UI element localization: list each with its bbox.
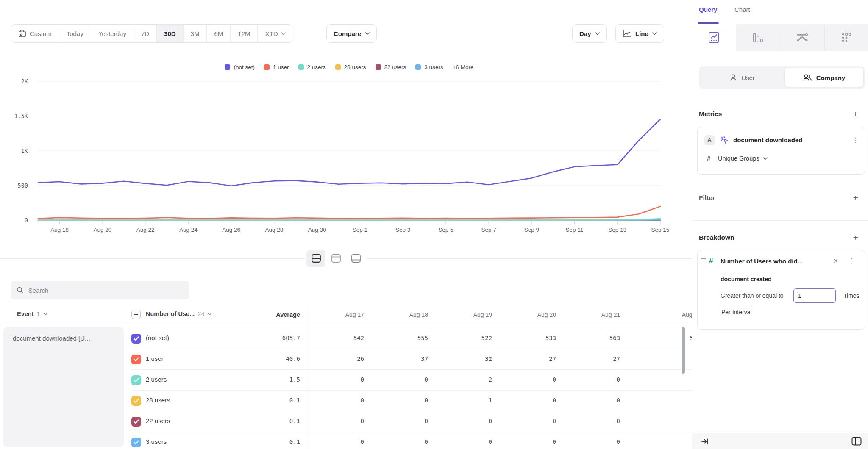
metric-event-name: document downloaded: [733, 136, 802, 144]
x-axis-label: Sep 3: [395, 227, 410, 233]
cell-value: 0: [626, 438, 692, 445]
cell-value: 0: [562, 418, 626, 424]
series-checkbox[interactable]: [131, 375, 141, 385]
layout-split-view-button[interactable]: [306, 250, 326, 267]
cell-value: 27: [498, 355, 562, 362]
scope-company-label: Company: [816, 74, 845, 81]
date-column-header: Aug 21: [562, 311, 626, 318]
search-input[interactable]: [28, 287, 184, 294]
breakdown-more-menu[interactable]: ⋮: [849, 258, 855, 264]
main-content: CustomTodayYesterday7D30D3M6M12MXTD Comp…: [0, 0, 692, 449]
metric-badge: A: [704, 135, 715, 145]
x-axis-label: Sep 13: [608, 227, 626, 233]
search-icon: [17, 286, 24, 294]
tab-query[interactable]: Query: [699, 6, 717, 13]
breakdown-unit-label: Times: [843, 292, 860, 299]
chart-type-matrix-tab[interactable]: [825, 24, 868, 51]
date-range-30d[interactable]: 30D: [156, 25, 183, 42]
date-range-label: Yesterday: [98, 30, 126, 37]
date-range-xtd[interactable]: XTD: [257, 25, 293, 42]
bottom-panel-icon: [351, 254, 361, 263]
layout-table-view-button[interactable]: [346, 250, 365, 267]
hash-icon: #: [707, 155, 710, 162]
series-checkbox[interactable]: [131, 355, 141, 364]
metrics-section-title: Metrics: [699, 110, 722, 118]
calendar-icon: [18, 30, 26, 38]
date-column-header: Aug 20: [498, 311, 562, 318]
vertical-scrollbar[interactable]: [682, 327, 685, 374]
scope-user-option[interactable]: User: [701, 68, 784, 87]
average-value: 605.7: [229, 335, 300, 341]
series-checkbox[interactable]: [131, 396, 141, 406]
average-value: 0.1: [229, 397, 300, 404]
series-line[interactable]: [38, 206, 660, 219]
date-range-7d[interactable]: 7D: [134, 25, 156, 42]
table-row: 1 user40.6263732272728: [0, 349, 692, 370]
close-icon[interactable]: ✕: [833, 257, 838, 265]
scope-company-option[interactable]: Company: [785, 68, 863, 87]
x-axis-label: Sep 1: [353, 227, 367, 233]
cell-value: 0: [434, 438, 498, 445]
chart-type-strip: [692, 24, 868, 51]
average-value: 40.6: [229, 355, 300, 362]
metric-card[interactable]: A document downloaded ⋮ # Unique Groups: [697, 127, 865, 175]
average-value: 1.5: [229, 376, 300, 383]
date-range-3m[interactable]: 3M: [183, 25, 207, 42]
line-chart: 05001K1.5K2KAug 18Aug 20Aug 22Aug 24Aug …: [0, 59, 692, 241]
panel-footer: [692, 433, 868, 449]
metric-more-menu[interactable]: ⋮: [852, 137, 859, 144]
split-view-icon: [312, 254, 321, 263]
date-range-label: 30D: [164, 30, 176, 37]
event-column-header[interactable]: Event 1: [17, 310, 48, 317]
series-checkbox[interactable]: [131, 334, 141, 344]
compare-button[interactable]: Compare: [326, 24, 377, 43]
cell-value: 0: [498, 418, 562, 424]
add-breakdown-button[interactable]: +: [851, 233, 860, 242]
cell-value: 0: [498, 438, 562, 445]
date-range-today[interactable]: Today: [59, 25, 91, 42]
active-tab-underline: [698, 22, 719, 24]
interval-dropdown[interactable]: Day: [572, 24, 607, 43]
date-range-12m[interactable]: 12M: [230, 25, 257, 42]
check-icon: [134, 440, 139, 445]
layout-toggle-group: [305, 248, 367, 269]
cell-value: 533: [498, 335, 562, 341]
date-range-6m[interactable]: 6M: [206, 25, 230, 42]
series-label: 28 users: [146, 396, 170, 404]
tab-chart[interactable]: Chart: [734, 6, 750, 13]
chevron-down-icon: [595, 32, 600, 35]
chart-type-line-tab[interactable]: [692, 24, 736, 51]
date-range-custom[interactable]: Custom: [11, 25, 59, 42]
chart-type-flow-tab[interactable]: [780, 24, 825, 51]
date-range-label: 3M: [191, 30, 200, 37]
flow-chart-icon: [796, 33, 808, 43]
table-row: 3 users0.1000000: [0, 432, 692, 449]
series-checkbox[interactable]: [131, 438, 141, 447]
select-all-checkbox[interactable]: [131, 310, 141, 319]
drag-handle-icon[interactable]: [701, 257, 706, 265]
cell-value: 0: [306, 376, 370, 383]
series-line[interactable]: [38, 119, 660, 186]
date-column-header: Aug 17: [306, 311, 370, 318]
date-range-yesterday[interactable]: Yesterday: [91, 25, 134, 42]
divider: [692, 220, 868, 221]
breakdown-value-input[interactable]: [793, 288, 836, 303]
chart-type-bar-tab[interactable]: [736, 24, 781, 51]
x-axis-label: Aug 20: [93, 227, 111, 233]
group-column-header[interactable]: Number of Use... 24: [146, 310, 212, 317]
cell-value: 542: [306, 335, 370, 341]
series-checkbox[interactable]: [131, 417, 141, 427]
measure-dropdown[interactable]: Unique Groups: [718, 155, 768, 162]
table-body: (not set)605.75425555225335635371 user40…: [0, 328, 692, 449]
layout-chart-view-button[interactable]: [326, 250, 345, 267]
chart-type-dropdown[interactable]: Line: [615, 24, 664, 43]
add-metric-button[interactable]: +: [851, 109, 860, 119]
collapse-panel-icon[interactable]: [701, 437, 709, 446]
x-axis-label: Sep 9: [524, 227, 539, 233]
dots-grid-icon: [841, 32, 852, 43]
add-filter-button[interactable]: +: [851, 193, 860, 202]
split-panel-icon[interactable]: [851, 437, 862, 446]
cell-value: 0: [306, 418, 370, 424]
interval-label: Day: [579, 30, 591, 37]
breakdown-section-title: Breakdown: [699, 234, 734, 241]
